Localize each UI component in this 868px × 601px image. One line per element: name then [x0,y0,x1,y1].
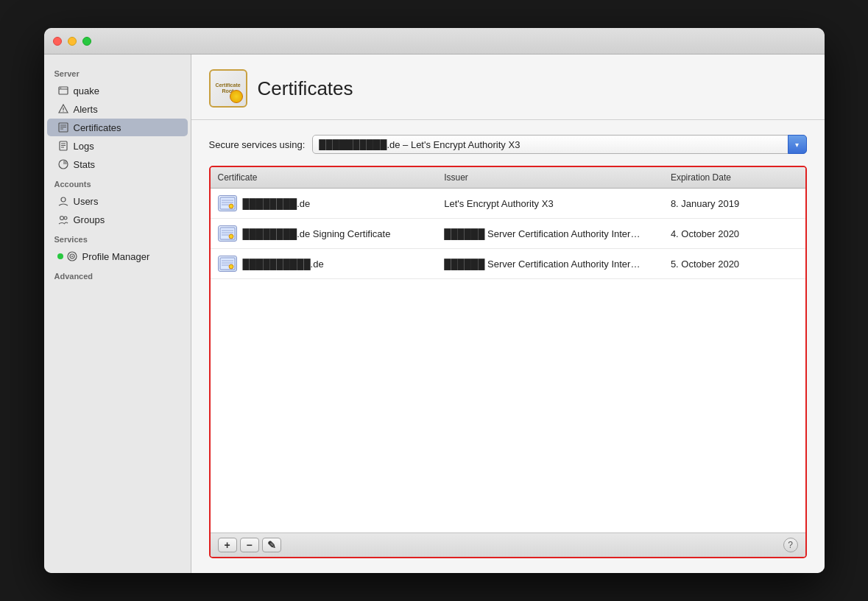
page-icon: CertificateRoot [209,69,247,108]
titlebar [44,28,825,55]
column-header-certificate: Certificate [211,170,437,185]
sidebar-item-profile-manager[interactable]: Profile Manager [47,247,188,265]
cert-issuer-cell: ██████ Server Certification Authority In… [437,226,663,242]
alert-icon [57,103,69,115]
svg-point-29 [229,234,233,239]
svg-point-34 [229,264,233,269]
secure-services-select[interactable]: ██████████.de – Let's Encrypt Authority … [312,135,806,154]
profile-manager-icon [66,250,78,262]
column-header-expiry: Expiration Date [663,170,805,185]
page-header: CertificateRoot Certificates [191,55,825,120]
cert-expiry-cell: 4. October 2020 [663,226,805,242]
table-body: ████████.de Let's Encrypt Authority X3 8… [211,189,805,533]
sidebar-label-certificates: Certificates [74,122,121,133]
main-content: CertificateRoot Certificates Secure serv… [191,55,825,573]
add-button[interactable]: + [218,538,237,552]
certificate-icon [57,122,69,133]
secure-services-row: Secure services using: ██████████.de – L… [209,135,807,154]
sidebar-item-certificates[interactable]: Certificates [47,119,188,136]
cert-issuer-cell: ██████ Server Certification Authority In… [437,256,663,272]
secure-services-label: Secure services using: [209,139,306,150]
table-row[interactable]: ██████████.de ██████ Server Certificatio… [211,249,805,279]
stats-icon [57,158,69,170]
sidebar-item-quake[interactable]: quake [47,82,188,99]
log-icon [57,140,69,152]
cert-name-cell: ██████████.de [211,253,437,274]
cert-thumbnail [218,225,237,242]
sidebar-label-logs: Logs [74,141,94,152]
svg-point-16 [64,217,67,219]
svg-point-24 [229,204,233,208]
sidebar-item-logs[interactable]: Logs [47,137,188,155]
traffic-lights [53,37,91,46]
sidebar-label-profile-manager: Profile Manager [82,251,150,262]
cert-name-cell: ████████.de Signing Certificate [211,223,437,244]
maximize-button[interactable] [82,37,91,46]
remove-button[interactable]: − [240,538,259,552]
cert-issuer: ██████ Server Certification Authority In… [444,228,640,239]
advanced-section-label: Advanced [44,266,191,284]
sidebar-item-groups[interactable]: Groups [47,211,188,228]
sidebar: Server quake Alerts Certificates [44,55,191,573]
main-window: Server quake Alerts Certificates [44,28,825,573]
users-icon [57,195,69,207]
main-body: Secure services using: ██████████.de – L… [191,120,825,573]
accounts-section-label: Accounts [44,174,191,191]
cert-issuer: Let's Encrypt Authority X3 [444,198,553,209]
sidebar-label-alerts: Alerts [74,104,98,115]
close-button[interactable] [53,37,62,46]
services-section-label: Services [44,229,191,247]
sidebar-item-users[interactable]: Users [47,192,188,210]
svg-point-4 [63,111,63,112]
cert-name: ██████████.de [243,259,324,270]
cert-name-cell: ████████.de [211,193,437,214]
server-section-label: Server [44,63,191,81]
sidebar-label-groups: Groups [74,214,105,225]
server-icon [57,85,69,96]
table-header: Certificate Issuer Expiration Date [211,167,805,189]
cert-expiry-cell: 5. October 2020 [663,256,805,272]
certificates-table: Certificate Issuer Expiration Date █████… [209,166,807,558]
cert-thumbnail [218,195,237,211]
cert-name: ████████.de [243,198,311,209]
help-button[interactable]: ? [783,538,798,552]
svg-point-2 [60,88,60,88]
svg-point-19 [71,256,73,257]
sidebar-label-stats: Stats [74,159,96,170]
table-footer: + − ✎ ? [211,533,805,557]
cert-expiry: 5. October 2020 [671,259,739,270]
cert-thumbnail [218,256,237,272]
cert-issuer: ██████ Server Certification Authority In… [444,259,640,270]
sidebar-label-users: Users [74,196,99,207]
svg-point-15 [60,217,63,220]
cert-expiry: 4. October 2020 [671,228,739,239]
sidebar-item-alerts[interactable]: Alerts [47,100,188,118]
table-row[interactable]: ████████.de Let's Encrypt Authority X3 8… [211,189,805,219]
svg-point-14 [61,197,66,202]
column-header-issuer: Issuer [437,170,663,185]
page-title: Certificates [258,77,353,100]
groups-icon [57,214,69,225]
sidebar-label-quake: quake [74,85,99,96]
table-row[interactable]: ████████.de Signing Certificate ██████ S… [211,219,805,249]
sidebar-item-stats[interactable]: Stats [47,155,188,173]
edit-button[interactable]: ✎ [262,538,281,552]
secure-services-select-wrap: ██████████.de – Let's Encrypt Authority … [312,135,806,154]
cert-expiry: 8. January 2019 [671,198,739,209]
content-area: Server quake Alerts Certificates [44,55,825,573]
cert-name: ████████.de Signing Certificate [243,228,391,239]
cert-issuer-cell: Let's Encrypt Authority X3 [437,196,663,211]
minimize-button[interactable] [68,37,77,46]
cert-expiry-cell: 8. January 2019 [663,196,805,211]
service-status-dot [57,253,63,259]
